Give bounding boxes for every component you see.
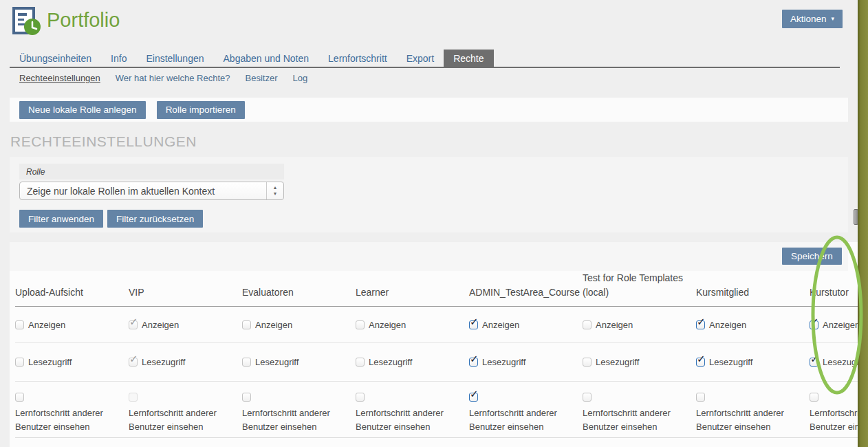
permission-checkbox[interactable]: ✓ <box>810 320 818 329</box>
column-header: Kursmitglied <box>696 285 810 306</box>
table-header-row: Upload-AufsichtVIPEvaluatorenLearnerADMI… <box>15 271 858 307</box>
import-role-button[interactable]: Rolle importieren <box>157 101 245 119</box>
actions-button-label: Aktionen <box>790 14 827 24</box>
permission-cell: Lernfortschritt anderer Benutzer einsehe… <box>696 382 810 434</box>
tab-export[interactable]: Export <box>397 50 444 67</box>
table-row: Lesezugriff✓LesezugriffLesezugriffLesezu… <box>15 343 858 382</box>
role-filter-selected-value: Zeige nur lokale Rollen im aktuellen Kon… <box>20 186 266 197</box>
check-icon: ✓ <box>129 353 138 365</box>
permission-checkbox[interactable]: ✓ <box>469 358 478 367</box>
permission-checkbox <box>129 393 138 402</box>
new-local-role-button[interactable]: Neue lokale Rolle anlegen <box>19 101 146 119</box>
tab-info[interactable]: Info <box>101 50 136 67</box>
permission-checkbox[interactable] <box>696 393 705 402</box>
permission-cell: Lesezugriff <box>583 357 696 367</box>
permission-checkbox[interactable]: ✓ <box>696 358 705 367</box>
permission-label: Lesezugriff <box>255 357 299 367</box>
tab--bungseinheiten[interactable]: Übungseinheiten <box>10 50 101 67</box>
portfolio-icon <box>12 7 41 36</box>
permission-checkbox[interactable] <box>810 393 818 402</box>
tab-einstellungen[interactable]: Einstellungen <box>136 50 213 67</box>
right-edge-strip <box>858 0 868 447</box>
tab-rechte[interactable]: Rechte <box>444 50 493 67</box>
spinner-down-icon: ▼ <box>273 191 278 197</box>
column-header: Test for Role Templates (local) <box>583 271 696 306</box>
portfolio-permissions-page: Portfolio Aktionen ▾ ÜbungseinheitenInfo… <box>0 0 868 447</box>
select-spinner-icon: ▲ ▼ <box>266 182 283 199</box>
subtab-besitzer[interactable]: Besitzer <box>246 73 278 83</box>
permission-cell: ✓Lesezugriff <box>469 357 583 367</box>
page-title: Portfolio <box>47 9 120 32</box>
column-header: Evaluatoren <box>242 285 356 306</box>
permission-checkbox: ✓ <box>129 320 138 329</box>
column-header: Upload-Aufsicht <box>15 285 129 306</box>
permission-checkbox[interactable] <box>242 393 251 402</box>
permission-cell: ✓Anzeigen <box>469 320 583 330</box>
tab-bar: ÜbungseinheitenInfoEinstellungenAbgaben … <box>10 50 840 68</box>
permission-cell: ✓Lernfortschritt anderer Benutzer einseh… <box>469 382 583 434</box>
permission-checkbox[interactable] <box>242 320 251 329</box>
chevron-down-icon: ▾ <box>832 16 835 22</box>
permission-checkbox[interactable]: ✓ <box>696 320 705 329</box>
filter-reset-button[interactable]: Filter zurücksetzen <box>107 210 203 228</box>
save-button[interactable]: Speichern <box>782 248 842 265</box>
role-toolbar: Neue lokale Rolle anlegen Rolle importie… <box>10 98 848 122</box>
subtab-rechteeinstellungen[interactable]: Rechteeinstellungen <box>19 73 100 83</box>
permissions-table: Speichern Upload-AufsichtVIPEvaluatorenL… <box>10 242 858 447</box>
permission-label: Anzeigen <box>28 320 65 330</box>
permission-checkbox[interactable] <box>356 393 365 402</box>
permission-checkbox[interactable]: ✓ <box>810 358 818 367</box>
permission-label: Lernfortschritt anderer Benutzer einsehe… <box>469 406 572 434</box>
permission-checkbox[interactable] <box>15 358 24 367</box>
permission-cell: Lernfortschritt anderer Benutzer einsehe… <box>15 382 129 434</box>
table-row: Lernfortschritt anderer Benutzer einsehe… <box>15 382 858 438</box>
permission-checkbox[interactable] <box>15 320 24 329</box>
permission-label: Lernfortschritt anderer Benutzer einsehe… <box>15 406 118 434</box>
permission-checkbox[interactable] <box>583 320 592 329</box>
role-filter-select[interactable]: Zeige nur lokale Rollen im aktuellen Kon… <box>19 182 284 200</box>
actions-button[interactable]: Aktionen ▾ <box>782 10 843 28</box>
permission-cell: Anzeigen <box>15 320 129 330</box>
permission-cell: Lernfortschritt anderer Benutzer einsehe… <box>129 382 242 434</box>
tab-abgaben-und-noten[interactable]: Abgaben und Noten <box>214 50 319 67</box>
filter-apply-button[interactable]: Filter anwenden <box>19 210 103 228</box>
permission-cell: Lernfortschritt anderer Benutzer einsehe… <box>583 382 696 434</box>
permission-checkbox[interactable] <box>356 320 365 329</box>
column-header: ADMIN_TestArea_Course <box>469 285 583 306</box>
check-icon: ✓ <box>810 316 819 328</box>
permission-label: Lesezugriff <box>482 357 525 367</box>
subtab-log[interactable]: Log <box>292 73 307 83</box>
permission-label: Lesezugriff <box>142 357 185 367</box>
permission-cell: Lesezugriff <box>15 357 129 367</box>
tab-lernfortschritt[interactable]: Lernfortschritt <box>318 50 397 67</box>
check-icon: ✓ <box>697 316 706 328</box>
permission-label: Anzeigen <box>255 320 292 330</box>
check-icon: ✓ <box>470 353 479 365</box>
filter-panel: Rolle Zeige nur lokale Rollen im aktuell… <box>10 157 848 232</box>
column-header: VIP <box>129 285 242 306</box>
spinner-up-icon: ▲ <box>273 185 278 190</box>
check-icon: ✓ <box>470 316 479 328</box>
filter-role-label: Rolle <box>19 164 284 179</box>
permission-checkbox[interactable] <box>15 393 24 402</box>
permission-checkbox[interactable]: ✓ <box>469 320 478 329</box>
permission-cell: Anzeigen <box>242 320 356 330</box>
permission-checkbox[interactable] <box>583 393 592 402</box>
permission-checkbox[interactable] <box>583 358 592 367</box>
subtab-wer-hat-hier-welche-rechte-[interactable]: Wer hat hier welche Rechte? <box>116 73 230 83</box>
section-title: RECHTEEINSTELLUNGEN <box>10 133 197 150</box>
permission-label: Anzeigen <box>709 320 746 330</box>
permission-checkbox[interactable] <box>356 358 365 367</box>
check-icon: ✓ <box>810 353 819 365</box>
permission-label: Lernfortschritt anderer Benutzer einsehe… <box>129 406 232 434</box>
permission-cell: Anzeigen <box>356 320 469 330</box>
permission-label: Anzeigen <box>482 320 519 330</box>
permission-cell: Lesezugriff <box>356 357 469 367</box>
permission-cell: Lernfortschritt anderer Benutzer einsehe… <box>356 382 469 434</box>
permission-label: Anzeigen <box>142 320 179 330</box>
table-row: Anzeigen✓AnzeigenAnzeigenAnzeigen✓Anzeig… <box>15 307 858 343</box>
permission-checkbox[interactable]: ✓ <box>469 393 478 402</box>
permission-label: Lesezugriff <box>709 357 752 367</box>
permission-checkbox[interactable] <box>242 358 251 367</box>
permission-label: Anzeigen <box>369 320 406 330</box>
